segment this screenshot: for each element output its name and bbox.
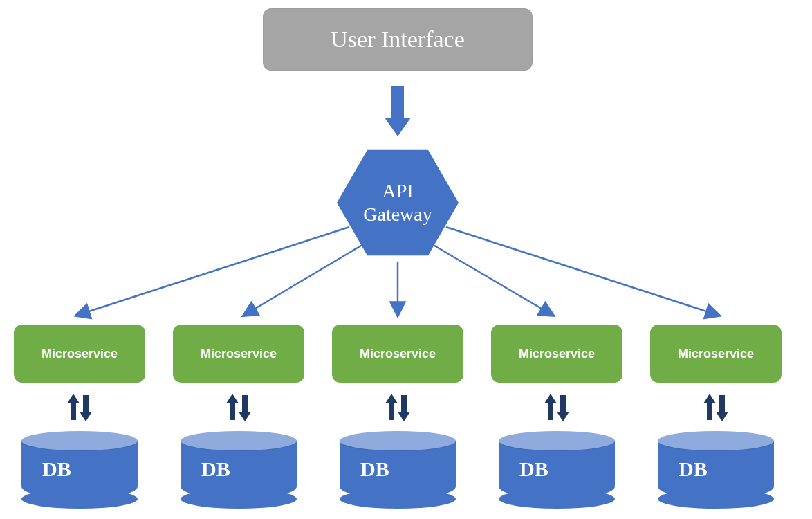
microservice-node: Microservice: [14, 325, 145, 383]
arrow-gateway-to-ms-4: [446, 227, 719, 316]
svg-marker-3: [67, 394, 80, 403]
database-node: DB: [21, 431, 138, 509]
svg-marker-5: [80, 412, 92, 421]
bidirectional-arrows-icon: [539, 392, 574, 423]
database-label: DB: [499, 457, 615, 481]
svg-rect-4: [71, 402, 76, 420]
bidirectional-arrows-icon: [699, 392, 733, 423]
database-label: DB: [340, 457, 456, 481]
svg-marker-7: [226, 394, 239, 403]
database-label: DB: [658, 457, 774, 481]
arrow-gateway-to-ms-3: [431, 244, 553, 316]
database-label: DB: [181, 457, 297, 481]
svg-marker-17: [557, 412, 569, 421]
microservice-node: Microservice: [650, 325, 782, 383]
arrow-ui-to-gateway: [385, 86, 411, 136]
user-interface-node: User Interface: [263, 8, 533, 71]
api-gateway-label: API Gateway: [363, 179, 432, 226]
database-node: DB: [499, 431, 615, 509]
microservice-node: Microservice: [173, 325, 304, 383]
svg-marker-15: [544, 394, 557, 403]
svg-rect-14: [401, 395, 407, 413]
microservice-node: Microservice: [332, 325, 463, 383]
svg-rect-16: [548, 402, 553, 420]
api-gateway-label-line2: Gateway: [363, 203, 432, 225]
bidirectional-arrows-icon: [221, 392, 256, 423]
svg-marker-13: [398, 412, 410, 421]
microservice-label: Microservice: [41, 347, 118, 361]
svg-rect-12: [389, 402, 394, 420]
arrow-gateway-to-ms-0: [76, 227, 349, 316]
microservice-label: Microservice: [201, 347, 277, 361]
database-node: DB: [340, 431, 456, 509]
microservice-node: Microservice: [491, 325, 622, 383]
svg-rect-20: [707, 402, 712, 420]
bidirectional-arrows-icon: [62, 392, 97, 423]
svg-rect-0: [391, 89, 404, 119]
database-node: DB: [658, 431, 774, 509]
bidirectional-arrows-icon: [380, 392, 415, 423]
svg-marker-1: [385, 118, 411, 136]
svg-rect-22: [719, 395, 725, 413]
svg-rect-8: [230, 402, 235, 420]
microservice-label: Microservice: [360, 347, 436, 361]
api-gateway-node: API Gateway: [337, 142, 459, 264]
svg-rect-2: [391, 86, 404, 90]
svg-rect-18: [560, 395, 566, 413]
database-node: DB: [181, 431, 297, 509]
diagram-stage: User Interface API Gateway Microservice …: [0, 0, 812, 519]
svg-marker-19: [703, 394, 716, 403]
user-interface-label: User Interface: [331, 26, 464, 53]
svg-rect-6: [83, 395, 89, 413]
svg-marker-9: [239, 412, 251, 421]
api-gateway-label-line1: API: [382, 180, 413, 201]
microservice-label: Microservice: [678, 347, 754, 361]
database-label: DB: [21, 457, 138, 481]
microservice-label: Microservice: [519, 347, 595, 361]
svg-marker-11: [385, 394, 398, 403]
svg-rect-10: [242, 395, 248, 413]
svg-marker-21: [716, 412, 728, 421]
arrow-gateway-to-ms-1: [243, 244, 365, 316]
